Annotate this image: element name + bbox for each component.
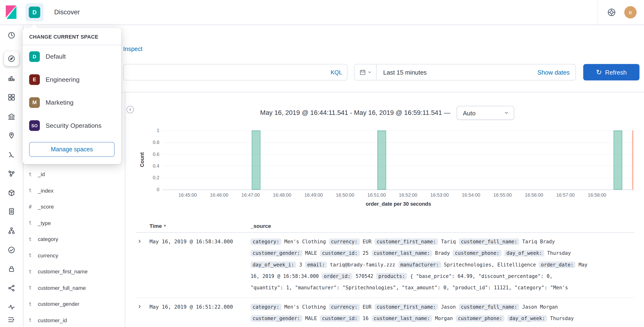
bar-chart-icon <box>8 74 16 82</box>
refresh-button[interactable]: ↻ Refresh <box>583 64 640 80</box>
collapse-histogram-button[interactable] <box>126 106 134 113</box>
field-item-customer_gender[interactable]: tcustomer_gender <box>23 296 125 312</box>
x-tick-label: 16:52:00 <box>399 193 417 198</box>
nav-logs[interactable] <box>5 205 18 218</box>
space-item-default[interactable]: DDefault <box>23 45 121 68</box>
field-item-_type[interactable]: t_type <box>23 215 125 231</box>
field-name: customer_full_name <box>38 285 86 291</box>
nav-canvas[interactable] <box>5 110 18 123</box>
space-switcher-button[interactable]: D <box>26 3 44 21</box>
nav-graph[interactable] <box>5 167 18 180</box>
spaces-popover: CHANGE CURRENT SPACE DDefaultEEngineerin… <box>23 28 121 164</box>
field-name-chip: day_of_week: <box>504 250 544 257</box>
space-avatar-icon: D <box>29 51 40 62</box>
field-name-chip: currency: <box>329 304 360 310</box>
field-name-chip: customer_phone: <box>456 315 504 322</box>
nav-dev-tools[interactable] <box>5 282 18 295</box>
x-tick-label: 16:51:00 <box>367 193 386 198</box>
field-item-customer_first_name[interactable]: tcustomer_first_name <box>23 263 125 280</box>
field-name: _type <box>38 220 51 226</box>
field-type-icon: t <box>29 236 34 242</box>
expand-row-button[interactable] <box>136 236 150 244</box>
nav-collapse-menu[interactable] <box>5 313 18 326</box>
field-name: category <box>38 236 58 242</box>
y-tick-label: 0.4 <box>153 163 160 169</box>
interval-select[interactable]: Auto <box>457 106 514 120</box>
building-icon <box>8 112 16 121</box>
nav-monitoring[interactable] <box>5 300 18 314</box>
nav-visualize[interactable] <box>5 71 18 85</box>
user-avatar[interactable]: e <box>624 6 636 18</box>
space-avatar-icon: SO <box>29 120 40 131</box>
app-nav-rail <box>0 24 23 327</box>
field-item-currency[interactable]: tcurrency <box>23 247 125 263</box>
field-name-chip: customer_full_name: <box>459 304 519 310</box>
help-button[interactable] <box>607 8 616 17</box>
x-tick-label: 16:53:00 <box>430 193 449 198</box>
document-icon <box>8 207 16 215</box>
x-tick-label: 16:49:00 <box>304 193 323 198</box>
calendar-dropdown-button[interactable] <box>354 64 376 80</box>
space-label: Default <box>46 53 66 60</box>
field-name-chip: order_date: <box>539 262 576 268</box>
table-row: May 16, 2019 @ 16:58:34.000category: Men… <box>136 233 634 298</box>
field-name-chip: customer_id: <box>320 250 360 257</box>
space-item-engineering[interactable]: EEngineering <box>23 68 121 91</box>
field-name-chip: customer_phone: <box>453 250 501 257</box>
histogram-bar[interactable] <box>614 131 622 190</box>
nav-machine-learning[interactable] <box>5 148 18 161</box>
field-item-_id[interactable]: t_id <box>23 166 125 182</box>
expand-row-button[interactable] <box>136 301 150 309</box>
chevron-right-icon <box>137 239 142 244</box>
kql-toggle[interactable]: KQL <box>330 69 347 75</box>
nav-infrastructure[interactable] <box>5 224 18 237</box>
space-item-security-operations[interactable]: SOSecurity Operations <box>23 114 121 137</box>
map-pin-icon <box>8 131 16 139</box>
query-input[interactable]: KQL <box>123 64 348 80</box>
field-name-chip: customer_gender: <box>250 250 302 257</box>
row-time: May 16, 2019 @ 16:58:34.000 <box>150 236 251 247</box>
x-axis-title: order_date per 30 seconds <box>162 201 634 207</box>
x-tick-label: 16:58:00 <box>588 193 606 198</box>
nav-security[interactable] <box>5 262 18 275</box>
x-tick-label: 16:54:00 <box>462 193 480 198</box>
space-item-marketing[interactable]: MMarketing <box>23 91 121 114</box>
row-time: May 16, 2019 @ 16:51:22.000 <box>150 301 251 313</box>
field-name-chip: manufacturer: <box>398 262 441 268</box>
field-name-chip: products: <box>376 273 407 280</box>
field-name: _score <box>38 204 54 210</box>
time-range-value[interactable]: Last 15 minutes <box>383 69 427 75</box>
field-item-_index[interactable]: t_index <box>23 182 125 199</box>
nav-maps[interactable] <box>5 129 18 142</box>
inspect-link[interactable]: Inspect <box>123 45 143 52</box>
y-tick-label: 0.2 <box>153 175 160 180</box>
field-type-icon: t <box>29 301 34 307</box>
nav-recent[interactable] <box>5 29 18 42</box>
field-item-category[interactable]: tcategory <box>23 231 125 247</box>
field-item-_score[interactable]: #_score <box>23 199 125 215</box>
row-source: category: Men's Clothing currency: EUR c… <box>250 301 634 324</box>
x-tick-label: 16:45:00 <box>178 193 197 198</box>
histogram-bar[interactable] <box>378 131 386 190</box>
nav-discover[interactable] <box>4 51 19 66</box>
field-item-customer_full_name[interactable]: tcustomer_full_name <box>23 280 125 296</box>
share-nodes-icon <box>8 284 16 292</box>
x-tick-label: 16:55:00 <box>493 193 512 198</box>
manage-spaces-button[interactable]: Manage spaces <box>29 142 114 157</box>
time-column-header[interactable]: Time ▾ <box>150 223 251 229</box>
nav-dashboard[interactable] <box>5 91 18 104</box>
nav-apm[interactable] <box>5 186 18 200</box>
field-type-icon: t <box>29 285 34 291</box>
nav-uptime[interactable] <box>5 243 18 257</box>
sort-desc-icon: ▾ <box>164 224 166 228</box>
field-item-customer_id[interactable]: tcustomer_id <box>23 312 125 327</box>
spaces-list: DDefaultEEngineeringMMarketingSOSecurity… <box>23 45 121 137</box>
histogram-bar[interactable] <box>252 131 260 190</box>
field-name: customer_id <box>38 317 67 324</box>
dashboard-grid-icon <box>8 93 16 101</box>
show-dates-button[interactable]: Show dates <box>538 69 575 75</box>
current-space-avatar: D <box>29 7 40 18</box>
field-list: t_idt_index#_scoret_typetcategorytcurren… <box>23 166 125 327</box>
compass-icon <box>8 54 16 63</box>
kibana-logo[interactable] <box>0 5 23 19</box>
